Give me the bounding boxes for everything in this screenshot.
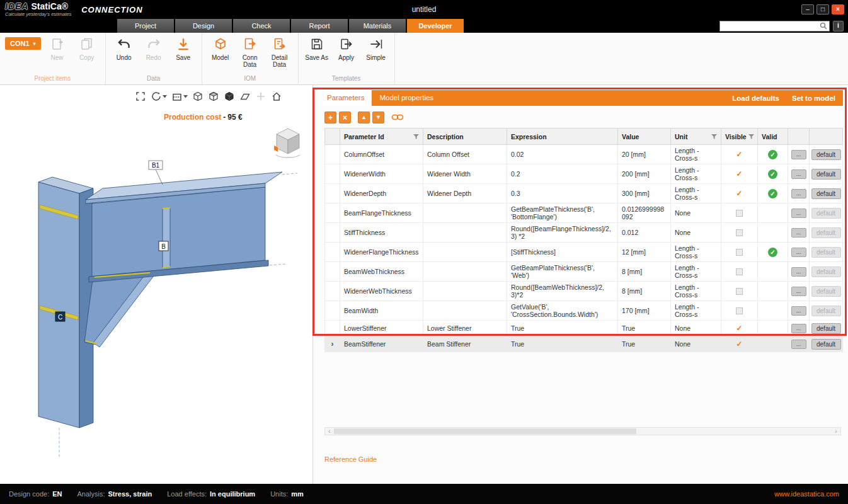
- table-row[interactable]: BeamWidthGetValue('B', 'CrossSection.Bou…: [325, 301, 843, 321]
- more-button[interactable]: ...: [791, 306, 806, 316]
- move-up-button[interactable]: ▲: [358, 112, 370, 123]
- tab-model-properties[interactable]: Model properties: [372, 90, 441, 106]
- table-row[interactable]: StiffThicknessRound([BeamFlangeThickness…: [325, 223, 843, 243]
- visible-check-icon[interactable]: ✓: [736, 169, 742, 178]
- detail-data-button[interactable]: Detail Data: [266, 35, 293, 68]
- visible-checkbox[interactable]: [736, 268, 743, 275]
- model-3d-view[interactable]: B1 B C: [4, 156, 306, 471]
- tab-parameters[interactable]: Parameters: [319, 90, 372, 106]
- visible-check-icon[interactable]: ✓: [736, 324, 742, 333]
- default-button[interactable]: default: [811, 323, 841, 334]
- default-button[interactable]: default: [811, 188, 841, 199]
- default-button[interactable]: default: [811, 247, 841, 258]
- set-to-model-button[interactable]: Set to model: [792, 94, 835, 102]
- table-row[interactable]: ›BeamStiffenerBeam StiffenerTrueTrueNone…: [325, 336, 843, 352]
- more-button[interactable]: ...: [791, 248, 806, 257]
- filter-icon[interactable]: [748, 134, 754, 139]
- tab-report[interactable]: Report: [291, 19, 348, 33]
- workplane-button[interactable]: [238, 90, 252, 103]
- more-button[interactable]: ...: [791, 267, 806, 277]
- scrollbar-right-arrow[interactable]: ›: [832, 428, 840, 435]
- visible-checkbox[interactable]: [736, 210, 743, 217]
- default-button[interactable]: default: [811, 266, 841, 277]
- visible-check-icon[interactable]: ✓: [736, 150, 742, 159]
- visible-checkbox[interactable]: [736, 288, 743, 295]
- navigation-cube[interactable]: [271, 124, 305, 158]
- column-header-valid[interactable]: Valid: [758, 129, 788, 145]
- default-button[interactable]: default: [811, 149, 841, 160]
- new-button[interactable]: New: [44, 35, 71, 61]
- more-button[interactable]: ...: [791, 150, 806, 159]
- save-button[interactable]: Save: [170, 35, 197, 61]
- apply-button[interactable]: Apply: [333, 35, 360, 61]
- axes-button[interactable]: [254, 90, 268, 103]
- filter-icon[interactable]: [413, 134, 419, 139]
- maximize-button[interactable]: □: [816, 4, 829, 14]
- info-button[interactable]: i: [833, 21, 844, 32]
- column-header-value[interactable]: Value: [618, 129, 671, 145]
- more-button[interactable]: ...: [791, 340, 806, 349]
- column-header-description[interactable]: Description: [423, 129, 507, 145]
- view-cube-shaded-button[interactable]: [207, 90, 221, 103]
- redo-button[interactable]: Redo: [140, 35, 167, 61]
- column-header-parameter-id[interactable]: Parameter Id: [340, 129, 423, 145]
- simple-button[interactable]: Simple: [363, 35, 389, 61]
- default-button[interactable]: default: [811, 339, 841, 350]
- close-button[interactable]: ×: [832, 4, 844, 14]
- default-button[interactable]: default: [811, 208, 841, 219]
- undo-button[interactable]: Undo: [111, 35, 137, 61]
- view-cube-wire-button[interactable]: [191, 90, 205, 103]
- save-as-button[interactable]: Save As: [304, 35, 330, 61]
- section-button[interactable]: [170, 90, 189, 103]
- visible-checkbox[interactable]: [736, 229, 743, 236]
- table-row[interactable]: ColumnOffsetColumn Offset0.0220 [mm]Leng…: [325, 145, 843, 164]
- table-row[interactable]: BeamFlangeThicknessGetBeamPlateThickness…: [325, 203, 843, 223]
- load-defaults-button[interactable]: Load defaults: [732, 94, 779, 102]
- viewport-3d[interactable]: Production cost-95 €: [0, 85, 313, 484]
- scrollbar-left-arrow[interactable]: ‹: [325, 428, 334, 435]
- table-row[interactable]: WidenerDepthWidener Depth0.3300 [mm]Leng…: [325, 184, 843, 203]
- more-button[interactable]: ...: [791, 287, 806, 296]
- fit-view-button[interactable]: [134, 90, 147, 103]
- search-input[interactable]: [722, 23, 820, 30]
- column-header-unit[interactable]: Unit: [671, 129, 721, 145]
- visible-checkbox[interactable]: [736, 307, 743, 314]
- more-button[interactable]: ...: [791, 209, 806, 218]
- default-button[interactable]: default: [811, 286, 841, 297]
- home-view-button[interactable]: [270, 90, 284, 103]
- orbit-button[interactable]: [149, 90, 168, 103]
- visible-check-icon[interactable]: ✓: [736, 189, 742, 198]
- more-button[interactable]: ...: [791, 189, 806, 198]
- visible-check-icon[interactable]: ✓: [736, 340, 742, 348]
- more-button[interactable]: ...: [791, 169, 806, 179]
- column-header-expression[interactable]: Expression: [507, 129, 618, 145]
- link-parameter-button[interactable]: [391, 112, 404, 123]
- default-button[interactable]: default: [811, 169, 841, 180]
- tab-design[interactable]: Design: [175, 19, 232, 33]
- horizontal-scrollbar[interactable]: ‹ ›: [324, 427, 841, 435]
- conn-data-button[interactable]: Conn Data: [237, 35, 263, 68]
- default-button[interactable]: default: [811, 227, 841, 238]
- view-cube-solid-button[interactable]: [222, 90, 236, 103]
- tab-materials[interactable]: Materials: [349, 19, 406, 33]
- search-icon[interactable]: [820, 22, 827, 30]
- table-row[interactable]: BeamWebThicknessGetBeamPlateThickness('B…: [325, 262, 843, 282]
- con1-dropdown-button[interactable]: CON1 ▾: [5, 37, 41, 50]
- website-link[interactable]: www.ideastatica.com: [774, 490, 839, 498]
- delete-parameter-button[interactable]: ×: [339, 112, 351, 123]
- table-row[interactable]: LowerStiffenerLower StiffenerTrueTrueNon…: [325, 321, 843, 336]
- scrollbar-thumb[interactable]: [334, 428, 636, 434]
- more-button[interactable]: ...: [791, 324, 806, 333]
- minimize-button[interactable]: –: [801, 4, 814, 14]
- default-button[interactable]: default: [811, 306, 841, 316]
- tab-check[interactable]: Check: [233, 19, 290, 33]
- column-header-visible[interactable]: Visible: [721, 129, 758, 145]
- add-parameter-button[interactable]: +: [324, 112, 336, 123]
- table-row[interactable]: WidenerWebThicknessRound([BeamWebThickne…: [325, 282, 843, 301]
- visible-checkbox[interactable]: [736, 249, 743, 256]
- filter-icon[interactable]: [711, 134, 717, 139]
- move-down-button[interactable]: ▼: [372, 112, 384, 123]
- more-button[interactable]: ...: [791, 228, 806, 238]
- reference-guide-link[interactable]: Reference Guide: [324, 455, 377, 463]
- table-row[interactable]: WidenerWidthWidener Width0.2200 [mm]Leng…: [325, 164, 843, 184]
